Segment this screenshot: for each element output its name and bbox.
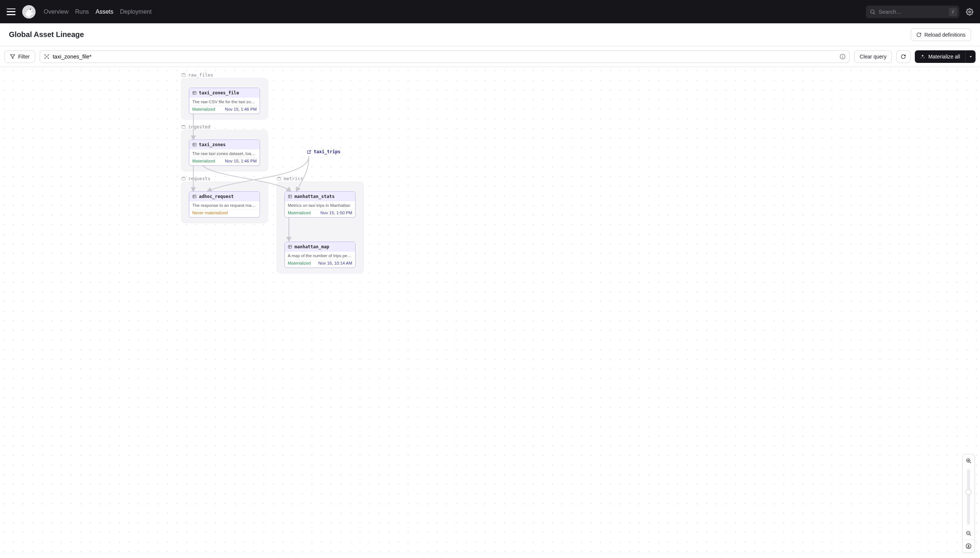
caret-down-icon <box>968 54 973 59</box>
group-label-ingested: ingested <box>181 124 210 130</box>
folder-icon <box>181 124 186 129</box>
zoom-in-icon <box>965 458 972 464</box>
clear-query-label: Clear query <box>860 54 886 59</box>
asset-manhattan-map[interactable]: manhattan_map A map of the number of tri… <box>285 241 356 268</box>
group-label-requests: requests <box>181 176 210 181</box>
export-image-button[interactable] <box>963 540 975 553</box>
lineage-query-box[interactable] <box>40 50 850 63</box>
external-node-label: taxi_trips <box>314 149 340 154</box>
menu-button[interactable] <box>7 8 16 15</box>
materialize-all-button[interactable]: Materialize all <box>915 50 965 63</box>
materialize-dropdown-button[interactable] <box>965 50 975 63</box>
asset-status: Materialized <box>192 107 215 112</box>
asset-status: Materialized <box>192 159 215 163</box>
filter-icon <box>10 54 15 59</box>
asset-name: taxi_zones_file <box>199 90 239 95</box>
reload-definitions-label: Reload definitions <box>924 32 965 38</box>
asset-description: A map of the number of trips per taxi z… <box>285 252 355 259</box>
asset-status: Materialized <box>288 210 311 215</box>
zoom-slider-track[interactable] <box>967 469 970 525</box>
materialize-all-label: Materialize all <box>928 54 960 59</box>
page-header: Global Asset Lineage Reload definitions <box>0 23 980 46</box>
asset-name: manhattan_stats <box>295 194 334 199</box>
table-icon <box>192 91 197 95</box>
table-icon <box>192 143 197 147</box>
refresh-button[interactable] <box>896 50 910 63</box>
refresh-icon <box>901 54 906 59</box>
asset-timestamp: Nov 15, 1:46 PM <box>225 159 257 163</box>
search-hotkey-badge: / <box>949 8 957 16</box>
table-icon <box>288 194 292 199</box>
page-title: Global Asset Lineage <box>9 30 84 39</box>
search-icon <box>870 9 876 15</box>
asset-adhoc-request[interactable]: adhoc_request The response to an request… <box>189 191 260 218</box>
graph-icon <box>44 54 49 59</box>
top-nav: Overview Runs Assets Deployment / <box>0 0 980 23</box>
nav-assets[interactable]: Assets <box>96 8 113 15</box>
asset-timestamp: Nov 16, 10:14 AM <box>318 261 352 265</box>
settings-icon[interactable] <box>966 8 973 16</box>
asset-name: manhattan_map <box>295 244 329 249</box>
svg-point-28 <box>30 8 31 10</box>
asset-status: Materialized <box>288 261 311 265</box>
asset-description: The response to an request made in th… <box>189 201 260 209</box>
global-search[interactable]: / <box>866 5 959 18</box>
zoom-out-icon <box>965 530 972 536</box>
nav-deployment[interactable]: Deployment <box>120 8 152 15</box>
zoom-slider-thumb[interactable] <box>965 489 972 495</box>
group-label-raw-files: raw_files <box>181 72 213 78</box>
reload-icon <box>916 32 921 38</box>
nav-links: Overview Runs Assets Deployment <box>44 8 152 15</box>
lineage-query-input[interactable] <box>53 53 837 59</box>
filter-button[interactable]: Filter <box>5 50 35 63</box>
asset-description: Metrics on taxi trips in Manhattan <box>285 201 355 209</box>
asset-status: Never materialized <box>192 210 228 215</box>
external-link-icon <box>307 149 311 154</box>
lineage-edges <box>0 67 980 558</box>
asset-taxi-zones[interactable]: taxi_zones The raw taxi zones dataset, l… <box>189 140 260 166</box>
asset-description: The raw taxi zones dataset, loaded int… <box>189 149 260 157</box>
folder-icon <box>181 176 186 181</box>
external-taxi-trips[interactable]: taxi_trips <box>307 149 340 154</box>
app-logo[interactable] <box>22 5 36 18</box>
clear-query-button[interactable]: Clear query <box>854 50 892 63</box>
table-icon <box>192 194 197 199</box>
global-search-input[interactable] <box>878 8 949 15</box>
download-icon <box>965 543 972 549</box>
asset-manhattan-stats[interactable]: manhattan_stats Metrics on taxi trips in… <box>285 191 356 218</box>
folder-icon <box>181 72 186 77</box>
asset-name: adhoc_request <box>199 194 234 199</box>
zoom-controls <box>962 454 975 553</box>
zoom-out-button[interactable] <box>963 527 975 540</box>
group-label-metrics: metrics <box>277 176 303 181</box>
lineage-canvas[interactable]: raw_files ingested requests metrics <box>0 67 980 558</box>
asset-name: taxi_zones <box>199 142 226 147</box>
table-icon <box>288 245 292 249</box>
info-icon[interactable] <box>840 54 845 59</box>
asset-timestamp: Nov 15, 1:50 PM <box>320 210 352 215</box>
nav-overview[interactable]: Overview <box>44 8 69 15</box>
asset-description: The raw CSV file for the taxi zones dat… <box>189 98 260 105</box>
reload-definitions-button[interactable]: Reload definitions <box>911 28 971 41</box>
asset-timestamp: Nov 15, 1:46 PM <box>225 107 257 112</box>
folder-icon <box>277 176 282 181</box>
zoom-in-button[interactable] <box>963 455 975 467</box>
nav-runs[interactable]: Runs <box>75 8 89 15</box>
asset-taxi-zones-file[interactable]: taxi_zones_file The raw CSV file for the… <box>189 88 260 114</box>
filter-label: Filter <box>18 54 30 59</box>
lineage-toolbar: Filter Clear query Materialize all <box>0 46 980 67</box>
sparkle-icon <box>920 54 925 59</box>
